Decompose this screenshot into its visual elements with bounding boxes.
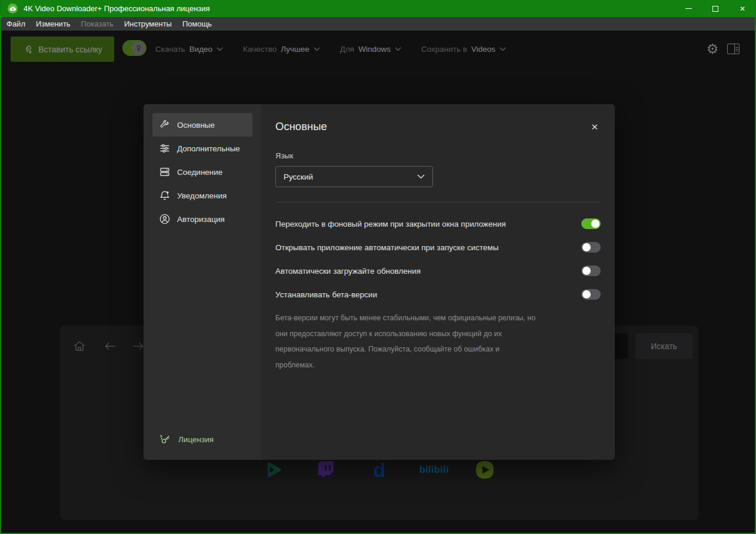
nav-item-label: Уведомления: [177, 191, 227, 200]
setting-label: Устанавливать бета-версии: [275, 290, 377, 299]
window-title: 4K Video Downloader+ Профессиональная ли…: [24, 4, 210, 13]
language-select[interactable]: Русский: [275, 166, 433, 187]
nav-item-label: Дополнительные: [177, 144, 240, 153]
language-value: Русский: [284, 173, 313, 181]
maximize-icon: [712, 6, 718, 12]
setting-label: Переходить в фоновый режим при закрытии …: [275, 220, 506, 228]
toggle-autostart[interactable]: [581, 242, 601, 253]
nav-item-authorization[interactable]: Авторизация: [152, 207, 252, 231]
app-window: 4K Video Downloader+ Профессиональная ли…: [0, 0, 756, 534]
license-label: Лицензия: [178, 435, 214, 444]
settings-dialog: Основные Дополнительные Соединение: [144, 104, 615, 460]
minimize-icon: [685, 8, 692, 9]
settings-panel-general: Основные ✕ Язык Русский Переходить в фон…: [261, 104, 615, 460]
menu-file[interactable]: Файл: [1, 17, 31, 31]
nav-item-label: Авторизация: [177, 215, 225, 224]
menu-view[interactable]: Показать: [76, 17, 119, 31]
app-logo-icon: [8, 4, 18, 14]
nav-item-label: Основные: [177, 121, 215, 130]
bell-icon: [159, 190, 171, 201]
server-icon: [159, 166, 171, 178]
setting-row-autostart: Открывать приложение автоматически при з…: [275, 236, 601, 259]
wrench-icon: [159, 119, 171, 131]
person-icon: [159, 213, 171, 225]
setting-row-beta-versions: Устанавливать бета-версии: [275, 283, 601, 306]
menu-edit[interactable]: Изменить: [31, 17, 76, 31]
close-settings-button[interactable]: ✕: [588, 121, 601, 132]
nav-item-notifications[interactable]: Уведомления: [152, 184, 252, 207]
app-body: Вставить ссылку Скачать Видео Качество Л…: [1, 31, 755, 533]
key-icon: [159, 433, 172, 446]
toggle-background-mode[interactable]: [581, 218, 601, 229]
section-divider: [275, 202, 601, 203]
setting-label: Автоматически загружайте обновления: [275, 267, 421, 276]
nav-item-connection[interactable]: Соединение: [152, 160, 252, 184]
nav-item-general[interactable]: Основные: [152, 113, 252, 137]
minimize-button[interactable]: [675, 0, 702, 17]
toggle-beta-versions[interactable]: [581, 289, 601, 300]
settings-panel-title: Основные: [275, 120, 327, 133]
chevron-down-icon: [417, 174, 425, 179]
menu-help[interactable]: Помощь: [177, 17, 217, 31]
title-bar: 4K Video Downloader+ Профессиональная ли…: [0, 0, 756, 17]
maximize-button[interactable]: [702, 0, 729, 17]
close-icon: ✕: [591, 122, 598, 132]
close-window-icon: ✕: [740, 5, 745, 13]
setting-label: Открывать приложение автоматически при з…: [275, 243, 499, 252]
setting-row-auto-updates: Автоматически загружайте обновления: [275, 259, 601, 283]
menu-bar: Файл Изменить Показать Инструменты Помощ…: [0, 17, 756, 31]
menu-tools[interactable]: Инструменты: [119, 17, 177, 31]
toggle-auto-updates[interactable]: [581, 266, 601, 276]
setting-row-background-mode: Переходить в фоновый режим при закрытии …: [275, 212, 601, 236]
beta-note-text: Бета-версии могут быть менее стабильными…: [275, 310, 540, 373]
settings-nav: Основные Дополнительные Соединение: [144, 104, 261, 460]
nav-item-advanced[interactable]: Дополнительные: [152, 137, 252, 160]
language-label: Язык: [275, 151, 601, 160]
sliders-icon: [159, 142, 171, 154]
license-button[interactable]: Лицензия: [152, 427, 252, 451]
nav-item-label: Соединение: [177, 168, 222, 177]
close-window-button[interactable]: ✕: [729, 0, 756, 17]
